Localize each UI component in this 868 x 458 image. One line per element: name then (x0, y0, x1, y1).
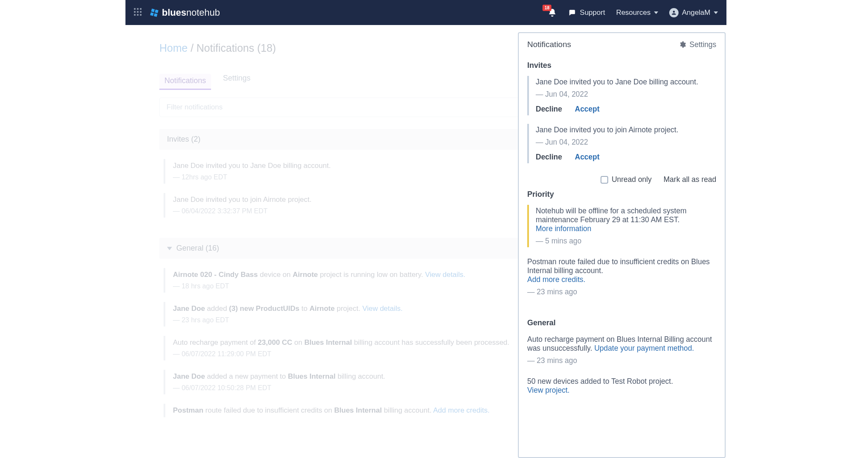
brand-notehub: notehub (186, 7, 220, 18)
unread-only-label: Unread only (612, 175, 651, 184)
t: Airnote (309, 304, 335, 313)
chat-icon (568, 8, 576, 17)
t: Blues Internal (288, 372, 335, 380)
t: 23,000 CC (258, 338, 292, 346)
add-credits-link[interactable]: Add more credits. (433, 406, 490, 414)
t: on (292, 338, 304, 346)
priority-timestamp: — 23 mins ago (527, 288, 716, 296)
t: Airnote (293, 271, 318, 279)
priority-item: Notehub will be offline for a scheduled … (527, 205, 716, 247)
panel-priority-title: Priority (527, 190, 716, 199)
t: billing account. (336, 372, 385, 380)
panel-title: Notifications (527, 40, 571, 49)
breadcrumb-home[interactable]: Home (159, 42, 188, 54)
t: added (205, 304, 229, 313)
user-name: AngelaM (682, 8, 710, 17)
decline-button[interactable]: Decline (536, 153, 562, 162)
t: (3) new ProductUIDs (229, 304, 299, 313)
tab-settings[interactable]: Settings (223, 74, 250, 90)
support-link[interactable]: Support (568, 8, 605, 17)
t: project. (335, 304, 362, 313)
gear-icon (679, 41, 686, 48)
t: billing account has successfully been pr… (352, 338, 509, 346)
t: project is running low on battery. (318, 271, 425, 279)
section-general-label: General (16) (176, 244, 219, 253)
t: Auto recharge payment of (173, 338, 258, 346)
support-label: Support (580, 8, 605, 17)
general-text: 50 new devices added to Test Robot proje… (527, 377, 716, 386)
more-info-link[interactable]: More information (536, 224, 591, 233)
unread-only-toggle[interactable]: Unread only (601, 175, 651, 184)
invite-timestamp: — Jun 04, 2022 (536, 138, 716, 147)
chevron-down-icon (654, 11, 658, 14)
brand-logo-icon (149, 8, 159, 18)
t: added a new payment to (205, 372, 288, 380)
notifications-badge: 18 (542, 5, 551, 11)
add-credits-link[interactable]: Add more credits. (527, 275, 585, 284)
accept-button[interactable]: Accept (575, 105, 599, 114)
t: to (300, 304, 310, 313)
invite-item: Jane Doe invited you to join Airnote pro… (527, 124, 716, 163)
t: Jane Doe (173, 304, 205, 313)
priority-text: Postman route failed due to insufficient… (527, 257, 716, 275)
breadcrumb-current: Notifications (18) (197, 42, 276, 54)
general-timestamp: — 23 mins ago (527, 356, 716, 365)
priority-timestamp: — 5 mins ago (536, 237, 716, 246)
t: route failed due to insufficient credits… (203, 406, 334, 414)
invite-text: Jane Doe invited you to Jane Doe billing… (536, 78, 716, 87)
breadcrumb-sep: / (191, 42, 194, 54)
resources-label: Resources (616, 8, 651, 17)
accept-button[interactable]: Accept (575, 153, 599, 162)
decline-button[interactable]: Decline (536, 105, 562, 114)
topbar: bluesnotehub 18 Support Resources Ang (125, 0, 726, 25)
priority-text: Notehub will be offline for a scheduled … (536, 207, 716, 224)
apps-menu-icon[interactable] (134, 8, 143, 17)
panel-invites-title: Invites (527, 61, 716, 70)
t: Jane Doe (173, 372, 205, 380)
notifications-bell-button[interactable]: 18 (548, 8, 557, 17)
invite-text: Jane Doe invited you to join Airnote pro… (536, 126, 716, 134)
resources-dropdown[interactable]: Resources (616, 8, 658, 17)
panel-settings-button[interactable]: Settings (679, 40, 716, 49)
checkbox-icon (601, 176, 608, 184)
t: device on (258, 271, 292, 279)
update-payment-link[interactable]: Update your payment method. (594, 344, 694, 352)
t: Postman (173, 406, 203, 414)
panel-general-title: General (527, 318, 716, 327)
t: billing account. (382, 406, 433, 414)
view-project-link[interactable]: View project. (527, 386, 570, 394)
general-item: Auto recharge payment on Blues Internal … (527, 333, 716, 367)
t: Airnote 020 - Cindy Bass (173, 271, 258, 279)
panel-settings-label: Settings (690, 40, 716, 49)
brand[interactable]: bluesnotehub (149, 7, 220, 18)
tab-notifications[interactable]: Notifications (159, 74, 211, 90)
general-item: 50 new devices added to Test Robot proje… (527, 375, 716, 397)
view-details-link[interactable]: View details. (425, 271, 465, 279)
avatar-icon (669, 8, 679, 17)
t: Blues Internal (334, 406, 382, 414)
view-details-link[interactable]: View details. (362, 304, 403, 313)
t: Blues Internal (304, 338, 352, 346)
invite-timestamp: — Jun 04, 2022 (536, 90, 716, 99)
brand-blues: blues (162, 7, 186, 18)
invite-item: Jane Doe invited you to Jane Doe billing… (527, 76, 716, 115)
notifications-panel: Notifications Settings Invites Jane Doe … (518, 32, 726, 458)
priority-item: Postman route failed due to insufficient… (527, 256, 716, 298)
chevron-down-icon (167, 247, 172, 250)
section-invites-label: Invites (2) (167, 135, 200, 144)
chevron-down-icon (714, 11, 718, 14)
user-menu[interactable]: AngelaM (669, 8, 718, 17)
mark-all-read-button[interactable]: Mark all as read (664, 175, 717, 184)
